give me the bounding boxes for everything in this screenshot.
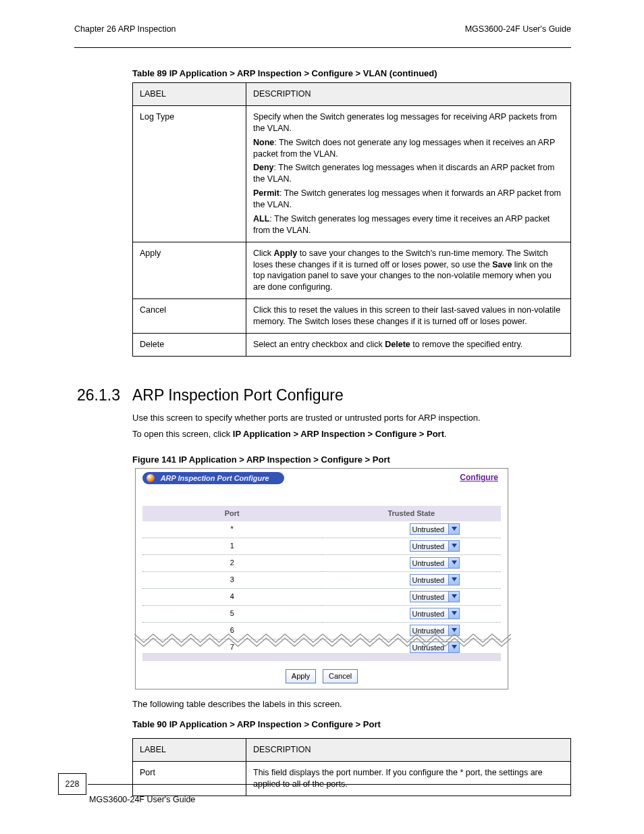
th-port: Port (142, 506, 322, 521)
port-cell: 4 (142, 588, 322, 605)
chevron-down-icon (452, 645, 457, 649)
th-description: DESCRIPTION (246, 739, 571, 762)
trusted-state-select[interactable]: Untrusted (410, 574, 460, 585)
port-cell: 5 (142, 605, 322, 622)
description-table: LABEL DESCRIPTION Log Type Specify when … (132, 82, 571, 357)
port-cell: 1 (142, 538, 322, 554)
row-delete: Delete Select an entry checkbox and clic… (133, 333, 571, 356)
cell-label: Cancel (133, 299, 246, 334)
row-cancel: Cancel Click this to reset the values in… (133, 299, 571, 334)
chevron-down-icon (452, 594, 457, 598)
port-row: 3Untrusted (142, 571, 501, 588)
cell-desc: Specify when the Switch generates log me… (246, 105, 571, 242)
cell-label: Delete (133, 333, 246, 356)
port-cell: 2 (142, 554, 322, 571)
page-number: 228 (58, 773, 86, 795)
row-log-type: Log Type Specify when the Switch generat… (133, 105, 571, 242)
chevron-down-icon (452, 561, 457, 565)
port-row: 4Untrusted (142, 588, 501, 605)
th-trusted-state: Trusted State (322, 506, 502, 521)
cancel-button[interactable]: Cancel (323, 669, 358, 683)
section-body: Use this screen to specify whether ports… (132, 412, 571, 444)
chevron-down-icon (452, 628, 457, 632)
chevron-down-icon (452, 527, 457, 531)
cell-desc: Click this to reset the values in this s… (246, 299, 571, 334)
th-description: DESCRIPTION (246, 83, 571, 106)
port-row: *Untrusted (142, 521, 501, 538)
cell-label: Apply (133, 242, 246, 299)
cell-desc: This field displays the port number. If … (246, 761, 571, 796)
port-row: 2Untrusted (142, 554, 501, 571)
footer-text: MGS3600-24F User's Guide (89, 794, 195, 806)
chapter-title: Chapter 26 ARP Inspection (74, 24, 176, 35)
cell-desc: Click Apply to save your changes to the … (246, 242, 571, 299)
panel-title-pill: ARP Inspection Port Configure (142, 472, 284, 484)
trusted-state-select[interactable]: Untrusted (410, 540, 460, 552)
figure-caption: Figure 141 IP Application > ARP Inspecti… (132, 454, 390, 466)
after-figure-block: The following table describes the labels… (132, 698, 571, 796)
arp-port-configure-screenshot: ARP Inspection Port Configure Configure … (135, 468, 508, 689)
section-number: 26.1.3 (77, 385, 120, 406)
cell-desc: Select an entry checkbox and click Delet… (246, 333, 571, 356)
trusted-state-select[interactable]: Untrusted (410, 523, 460, 535)
trusted-state-select[interactable]: Untrusted (410, 557, 460, 569)
section-title: ARP Inspection Port Configure (132, 385, 344, 406)
port-cell: * (142, 521, 322, 538)
port-row: 1Untrusted (142, 538, 501, 554)
trusted-state-select[interactable]: Untrusted (410, 608, 460, 619)
port-row: 5Untrusted (142, 605, 501, 622)
footer-rule (88, 784, 571, 785)
port-cell: 3 (142, 571, 322, 588)
row-apply: Apply Click Apply to save your changes t… (133, 242, 571, 299)
chevron-down-icon (452, 544, 457, 548)
apply-button[interactable]: Apply (286, 669, 317, 683)
chevron-down-icon (452, 611, 457, 615)
header-rule (74, 47, 571, 48)
configure-link[interactable]: Configure (460, 472, 498, 483)
th-label: LABEL (133, 739, 246, 762)
guide-title: MGS3600-24F User's Guide (465, 24, 571, 35)
trusted-state-select[interactable]: Untrusted (410, 591, 460, 602)
cell-label: Log Type (133, 105, 246, 242)
orb-icon (146, 474, 155, 482)
cell-label: Port (133, 761, 246, 796)
chevron-down-icon (452, 577, 457, 581)
th-label: LABEL (133, 83, 246, 106)
footer-bar (142, 653, 501, 661)
table-caption: Table 89 IP Application > ARP Inspection… (132, 68, 437, 80)
